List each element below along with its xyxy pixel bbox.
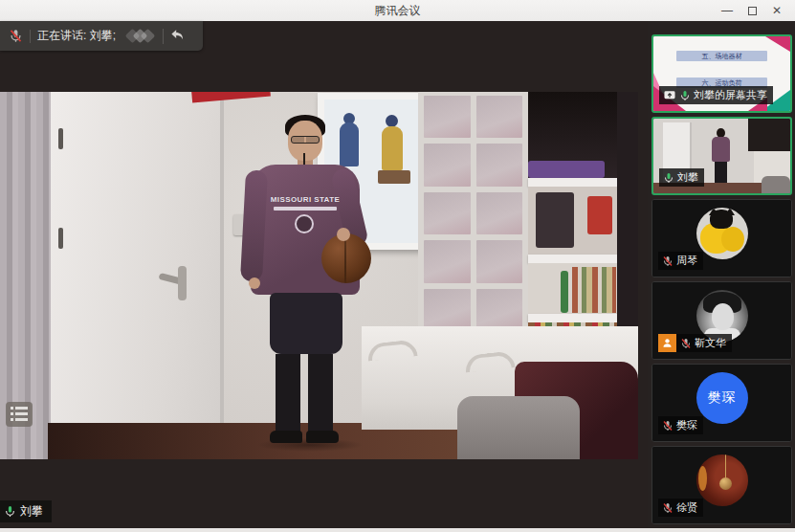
participant-name: 刘攀 (677, 170, 698, 185)
tile-label: 靳文华 (658, 334, 732, 352)
divider (30, 30, 31, 43)
muted-mic-icon (9, 29, 23, 43)
speaker-name: 刘攀 (20, 503, 43, 520)
maximize-button[interactable] (740, 0, 764, 21)
window-bottom-edge (0, 528, 795, 532)
mic-on-icon (663, 172, 674, 184)
glasses (291, 136, 320, 144)
tile-label: 刘攀的屏幕共享 (659, 86, 773, 104)
participant-name: 周琴 (676, 254, 697, 268)
shirt-logo (295, 214, 314, 233)
window-controls: — ✕ (715, 0, 789, 21)
tile-jinwenhua[interactable]: 靳文华 (651, 281, 792, 360)
tile-label: 周琴 (658, 252, 703, 270)
main-video[interactable]: MISSOURI STATE (0, 92, 638, 459)
titlebar: 腾讯会议 — ✕ (0, 0, 795, 21)
door (51, 92, 224, 438)
participant-name: 刘攀的屏幕共享 (694, 88, 767, 102)
mic-muted-icon (662, 420, 674, 432)
mic-muted-icon (662, 502, 674, 514)
close-button[interactable]: ✕ (764, 0, 789, 21)
collapse-arrow-icon[interactable] (169, 27, 185, 46)
speaker-name-tag: 刘攀 (0, 500, 52, 522)
window-title: 腾讯会议 (375, 3, 421, 19)
sofa-cushion (457, 396, 580, 459)
glass-cabinet (418, 92, 528, 337)
tile-xuxian[interactable]: 徐贤 (651, 446, 792, 524)
basketball (321, 233, 371, 283)
speaking-banner: 正在讲话: 刘攀; (0, 21, 203, 51)
tile-label: 樊琛 (658, 416, 703, 434)
minimize-button[interactable]: — (715, 0, 740, 21)
maximize-icon (748, 7, 757, 15)
mic-on-icon (4, 505, 16, 518)
speaking-text: 正在讲话: 刘攀; (37, 28, 116, 44)
content: 正在讲话: 刘攀; (0, 21, 795, 528)
shirt-text: MISSOURI STATE (251, 195, 360, 204)
list-overlay-icon[interactable] (6, 402, 33, 427)
tile-screen-share[interactable]: 五、场地器材 六、运动负荷 (651, 34, 792, 113)
tile-zhouqin[interactable]: 周琴 (651, 199, 792, 277)
participant-name: 徐贤 (676, 500, 697, 515)
participant-name: 樊琛 (676, 418, 697, 432)
watermark-diamonds-icon (127, 31, 153, 41)
meeting-window: 腾讯会议 — ✕ 正在讲话: 刘攀; (0, 0, 795, 532)
tile-fanchen[interactable]: 樊琛 樊琛 (651, 364, 792, 442)
tile-liupan-video[interactable]: 刘攀 (651, 117, 792, 195)
participants-sidebar: 五、场地器材 六、运动负荷 (648, 21, 795, 528)
host-badge-icon (658, 334, 676, 352)
tile-label: 徐贤 (658, 499, 703, 517)
avatar (696, 454, 748, 506)
wardrobe-side (617, 92, 638, 348)
screen-share-icon (663, 89, 676, 102)
divider (163, 29, 164, 44)
mic-on-icon (679, 90, 691, 101)
tile-label: 刘攀 (659, 168, 704, 187)
avatar (696, 208, 748, 259)
participant-name: 靳文华 (695, 336, 726, 350)
mic-muted-icon (662, 255, 674, 267)
mic-muted-icon (680, 338, 692, 349)
main-stage: 正在讲话: 刘攀; (0, 21, 648, 528)
shorts (270, 293, 342, 354)
slide-heading: 五、场地器材 (676, 51, 766, 61)
avatar: 樊琛 (696, 372, 748, 424)
red-object (190, 92, 271, 103)
person: MISSOURI STATE (243, 115, 377, 455)
